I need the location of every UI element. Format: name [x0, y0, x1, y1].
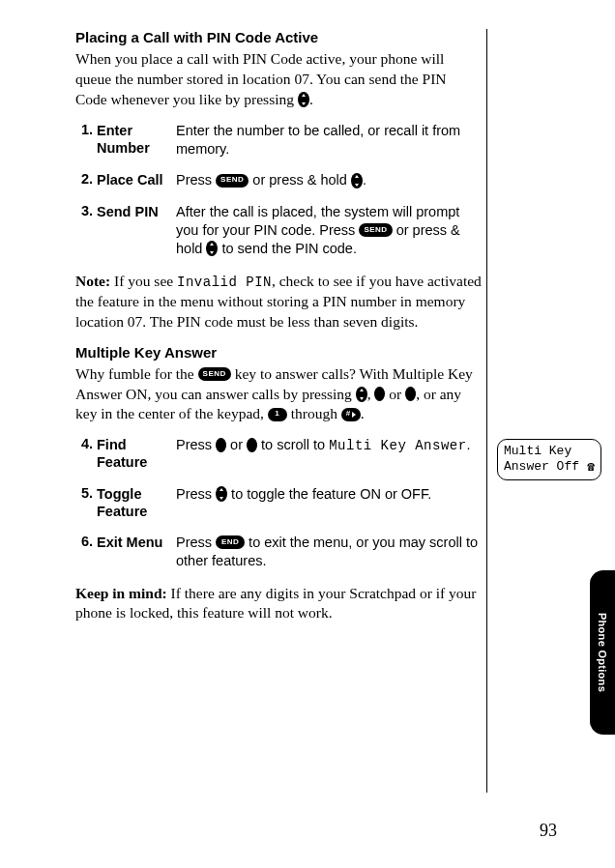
chapter-tab: Phone Options: [590, 570, 615, 735]
scroll-key-icon: [298, 92, 309, 107]
intro-text: When you place a call with PIN Code acti…: [75, 50, 447, 107]
section2-intro: Why fumble for the SEND key to answer ca…: [75, 364, 482, 425]
step-title: Place Call: [97, 171, 176, 189]
step-title: Find Feature: [97, 436, 176, 471]
scroll-key-icon: [356, 387, 367, 402]
step-row: 5. Toggle Feature Press to toggle the fe…: [75, 485, 482, 520]
step-desc: Enter the number to be called, or recall…: [176, 122, 482, 159]
text: Press: [176, 486, 216, 502]
step-number: 5.: [75, 485, 97, 520]
phone-screen: Multi Key Answer Off ☎: [497, 439, 601, 480]
screen-line1: Multi Key: [504, 444, 595, 459]
note-label: Note:: [75, 273, 110, 289]
step-row: 1. Enter Number Enter the number to be c…: [75, 122, 482, 159]
text: ,: [367, 386, 375, 402]
text: to scroll to: [257, 437, 329, 452]
text: to toggle the feature ON or OFF.: [227, 486, 431, 502]
steps-list-1: 1. Enter Number Enter the number to be c…: [75, 122, 482, 258]
step-row: 4. Find Feature Press or to scroll to Mu…: [75, 436, 482, 471]
scroll-key-icon: [351, 173, 363, 188]
step-number: 2.: [75, 171, 97, 189]
key-icon: [374, 387, 385, 401]
step-number: 4.: [75, 436, 97, 471]
page-number: 93: [540, 821, 557, 841]
phone-icon: ☎: [587, 461, 595, 474]
scroll-key-icon: [206, 241, 218, 256]
hash-key-icon: #: [341, 408, 361, 421]
intro-text-end: .: [309, 91, 313, 107]
text: Press: [176, 437, 216, 452]
text: or: [385, 386, 405, 402]
step-row: 2. Place Call Press SEND or press & hold…: [75, 171, 482, 189]
step-desc: Press SEND or press & hold .: [176, 171, 482, 189]
one-key-icon: 1: [268, 408, 287, 421]
step-desc: Press to toggle the feature ON or OFF.: [176, 485, 482, 520]
step-desc: Press END to exit the menu, or you may s…: [176, 534, 482, 570]
text: or press & hold: [249, 172, 351, 188]
note-paragraph: Note: If you see Invalid PIN, check to s…: [75, 272, 482, 333]
send-key-icon: SEND: [198, 367, 231, 381]
main-content: Placing a Call with PIN Code Active When…: [75, 29, 482, 623]
section-heading: Multiple Key Answer: [75, 344, 482, 361]
text: Press: [176, 172, 216, 188]
text: .: [363, 172, 366, 188]
invalid-pin-code: Invalid PIN: [177, 275, 272, 290]
step-desc: After the call is placed, the system wil…: [176, 203, 482, 258]
text: to send the PIN code.: [218, 241, 356, 256]
text: .: [467, 437, 471, 452]
step-title: Send PIN: [97, 203, 176, 258]
step-desc: Press or to scroll to Multi Key Answer.: [176, 436, 482, 471]
step-number: 1.: [75, 122, 97, 159]
text: or: [226, 437, 247, 452]
step-number: 6.: [75, 534, 97, 570]
send-key-icon: SEND: [359, 223, 392, 237]
step-row: 3. Send PIN After the call is placed, th…: [75, 203, 482, 258]
end-key-icon: END: [216, 535, 245, 549]
keep-in-mind: Keep in mind: If there are any digits in…: [75, 584, 482, 624]
section1-intro: When you place a call with PIN Code acti…: [75, 49, 482, 110]
key-icon: [247, 438, 257, 452]
screen-line2: Answer Off: [504, 459, 579, 475]
text: #: [346, 409, 351, 420]
steps-list-2: 4. Find Feature Press or to scroll to Mu…: [75, 436, 482, 569]
step-title: Toggle Feature: [97, 485, 176, 520]
key-icon: [405, 387, 416, 401]
page: Placing a Call with PIN Code Active When…: [0, 0, 615, 868]
vertical-divider: [486, 29, 487, 793]
step-title: Enter Number: [97, 122, 176, 159]
text: Press: [176, 535, 216, 550]
scroll-key-icon: [216, 486, 227, 502]
triangle-icon: [352, 412, 356, 418]
step-number: 3.: [75, 203, 97, 258]
key-icon: [216, 438, 226, 452]
text: .: [361, 405, 365, 421]
step-title: Exit Menu: [97, 534, 176, 570]
screen-line2-row: Answer Off ☎: [504, 459, 595, 475]
menu-code: Multi Key Answer: [329, 438, 466, 453]
note-pre: If you see: [110, 273, 177, 289]
chapter-tab-label: Phone Options: [597, 613, 608, 692]
text: Why fumble for the: [75, 365, 198, 382]
keep-label: Keep in mind:: [75, 585, 167, 601]
text: through: [287, 405, 341, 421]
send-key-icon: SEND: [216, 174, 249, 188]
step-row: 6. Exit Menu Press END to exit the menu,…: [75, 534, 482, 570]
section-heading: Placing a Call with PIN Code Active: [75, 29, 482, 45]
